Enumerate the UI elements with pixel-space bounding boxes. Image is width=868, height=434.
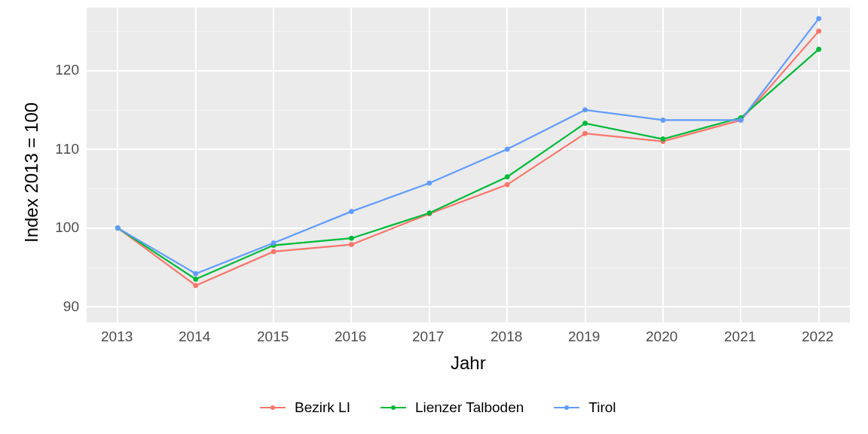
svg-point-22 [271,240,276,245]
svg-point-17 [661,137,665,142]
svg-point-26 [583,108,588,112]
legend-key-icon [381,400,406,415]
x-tick-label: 2014 [179,329,210,345]
plot-panel [87,8,850,322]
series-line-bezirk-li [118,31,818,286]
x-tick-label: 2019 [568,329,600,345]
svg-point-19 [817,47,821,51]
legend-item-tirol: Tirol [554,399,616,416]
x-axis-title: Jahr [451,353,486,374]
chart-stage: 120 110 100 90 2013 2014 2015 2016 2017 … [0,0,868,434]
svg-point-11 [194,277,198,282]
x-tick-label: 2017 [412,329,444,345]
svg-point-13 [349,236,353,240]
svg-point-27 [661,118,665,122]
legend-item-lienzer-talboden: Lienzer Talboden [381,399,524,416]
svg-point-24 [427,181,432,185]
series-points-lienzer-talboden [115,47,821,281]
legend-label: Bezirk LI [295,399,350,416]
svg-point-25 [505,147,509,151]
y-axis-title: Index 2013 = 100 [21,102,42,243]
svg-point-9 [817,29,821,33]
legend: Bezirk LI Lienzer Talboden Tirol [260,399,616,416]
x-tick-label: 2015 [257,329,289,345]
svg-point-29 [817,17,821,21]
y-tick-label: 100 [55,219,79,236]
svg-point-23 [349,209,353,214]
series-line-tirol [118,19,818,274]
svg-point-3 [349,243,353,247]
svg-point-20 [115,226,120,231]
y-tick-label: 110 [55,141,79,157]
series-svg [87,8,850,322]
x-tick-label: 2013 [101,329,133,345]
x-tick-label: 2016 [335,329,366,345]
svg-point-2 [271,249,276,254]
legend-key-icon [260,400,286,415]
svg-point-6 [583,131,588,136]
x-tick-label: 2021 [724,329,756,345]
series-points-bezirk-li [115,29,821,288]
series-points-tirol [115,17,821,277]
svg-point-15 [505,175,509,179]
y-tick-label: 90 [63,298,79,315]
legend-item-bezirk-li: Bezirk LI [260,399,350,416]
legend-key-icon [554,400,579,415]
svg-point-5 [505,182,509,187]
svg-point-14 [427,211,432,215]
svg-point-21 [194,271,198,276]
svg-point-28 [738,118,743,122]
legend-label: Lienzer Talboden [415,399,524,416]
x-tick-label: 2022 [802,329,833,345]
series-line-lienzer-talboden [118,49,818,279]
y-tick-label: 120 [55,62,79,78]
x-tick-label: 2018 [491,329,522,345]
legend-label: Tirol [588,399,616,416]
svg-point-16 [583,121,588,126]
svg-point-1 [194,283,198,288]
x-tick-label: 2020 [646,329,677,345]
